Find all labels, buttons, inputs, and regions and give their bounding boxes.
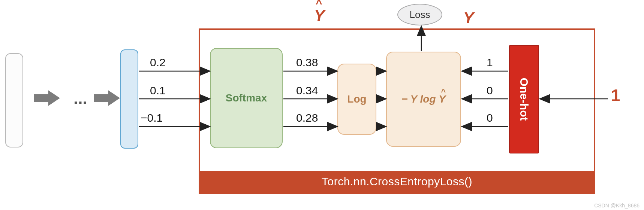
watermark: CSDN @Kkh_8686 (594, 203, 640, 209)
log-block: Log (337, 64, 376, 135)
feature-block (120, 49, 138, 149)
logit-3: −0.1 (141, 112, 163, 124)
svg-marker-0 (34, 90, 60, 106)
ellipsis: ... (73, 89, 87, 108)
p-1: 0.38 (296, 56, 318, 69)
onehot-3: 0 (487, 112, 493, 124)
y-hat-symbol: Y (314, 7, 325, 25)
p-2: 0.34 (296, 84, 318, 97)
y-symbol: Y (463, 9, 474, 27)
svg-marker-1 (94, 90, 120, 106)
logit-1: 0.2 (150, 56, 166, 69)
loss-node: Loss (397, 4, 442, 25)
input-block (5, 53, 23, 147)
class-index-label: 1 (611, 86, 620, 105)
logit-2: 0.1 (150, 84, 166, 97)
big-arrow-1 (34, 87, 60, 109)
nll-block: − Y log Y (386, 52, 461, 147)
onehot-2: 0 (487, 84, 493, 97)
p-3: 0.28 (296, 112, 318, 124)
onehot-1: 1 (487, 56, 493, 69)
big-arrow-2 (94, 87, 120, 109)
onehot-block: One-hot (509, 45, 539, 153)
frame-caption: Torch.nn.CrossEntropyLoss() (200, 171, 594, 192)
softmax-block: Softmax (210, 48, 283, 148)
